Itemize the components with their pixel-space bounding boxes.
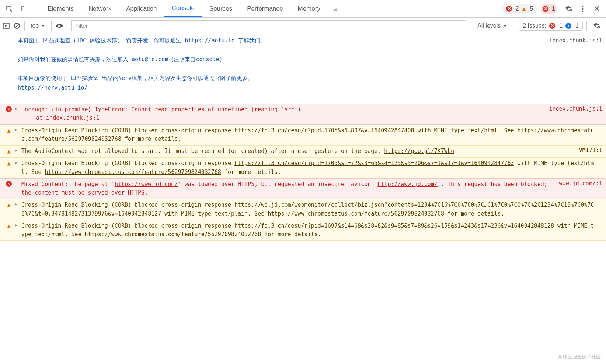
chevron-down-icon: ▼ bbox=[41, 23, 45, 28]
tab-application[interactable]: Application bbox=[119, 0, 164, 17]
warning-icon: ▲ bbox=[521, 6, 527, 12]
svg-rect-2 bbox=[24, 6, 27, 11]
expand-icon[interactable]: ▶ bbox=[15, 222, 21, 239]
link[interactable]: https://www.chromestatus.com/feature/562… bbox=[268, 210, 444, 217]
warning-icon: ▲ bbox=[7, 223, 11, 239]
ext-error-count: 1 bbox=[552, 6, 555, 12]
tab-console[interactable]: Console bbox=[164, 0, 202, 17]
warning-count: 5 bbox=[530, 6, 533, 12]
error-icon: ✕ bbox=[549, 23, 555, 29]
link[interactable]: index.chunk.js:1 bbox=[46, 115, 100, 121]
log-info: index.chunk.js:1 本页面由 凹凸实验室（JDC–体验技术部） 负… bbox=[0, 34, 606, 104]
console-message: ▲▶The AudioContext was not allowed to st… bbox=[0, 145, 606, 157]
warning-icon: ▲ bbox=[7, 202, 11, 218]
console-message: ✕Mixed Content: The page at 'https://www… bbox=[0, 178, 606, 199]
log-level-selector[interactable]: All levels ▼ bbox=[474, 22, 511, 29]
close-icon[interactable]: ✕ bbox=[591, 3, 603, 15]
link[interactable]: https://fd.3.cn/cesu/r?pid=1705&s1=72&s3… bbox=[234, 160, 514, 167]
chevron-down-icon: ▼ bbox=[503, 23, 507, 28]
link[interactable]: http://www.jd.com/ bbox=[377, 181, 438, 188]
link[interactable]: https://www.chromestatus.com/feature/562… bbox=[85, 231, 261, 238]
warning-icon: ▲ bbox=[7, 148, 11, 155]
error-count: 2 bbox=[515, 6, 519, 12]
console-toolbar: top ▼ All levels ▼ 2 Issues: ✕1 i1 bbox=[0, 18, 606, 34]
live-expression-icon[interactable] bbox=[55, 23, 63, 29]
message-source[interactable]: www.jd.com/:1 bbox=[559, 180, 602, 187]
devtools-topbar: ElementsNetworkApplicationConsoleSources… bbox=[0, 0, 606, 18]
console-message: ▲▶Cross-Origin Read Blocking (CORB) bloc… bbox=[0, 220, 606, 241]
extension-error-badge[interactable]: ✕1 bbox=[541, 4, 557, 14]
svg-line-5 bbox=[15, 24, 19, 28]
levels-value: All levels bbox=[477, 22, 501, 29]
console-settings-icon[interactable] bbox=[591, 20, 603, 32]
inspect-element-icon[interactable] bbox=[3, 2, 16, 15]
context-value: top bbox=[31, 22, 39, 29]
issues-err-count: 1 bbox=[559, 22, 563, 29]
issues-info-count: 1 bbox=[575, 22, 579, 29]
expand-icon[interactable]: ▶ bbox=[15, 201, 21, 218]
warning-icon: ▲ bbox=[7, 127, 11, 144]
expand-icon[interactable]: ▶ bbox=[15, 147, 21, 155]
message-source[interactable]: index.chunk.js:1 bbox=[549, 36, 603, 46]
sidebar-toggle-icon[interactable] bbox=[3, 23, 10, 29]
tab-network[interactable]: Network bbox=[81, 0, 119, 17]
tab-memory[interactable]: Memory bbox=[290, 0, 327, 17]
tab-sources[interactable]: Sources bbox=[202, 0, 240, 17]
console-output: index.chunk.js:1 本页面由 凹凸实验室（JDC–体验技术部） 负… bbox=[0, 34, 606, 241]
console-message: ▲▶Cross-Origin Read Blocking (CORB) bloc… bbox=[0, 157, 606, 178]
error-warning-badge[interactable]: ✕2 ▲5 bbox=[502, 4, 537, 14]
settings-icon[interactable] bbox=[563, 3, 575, 15]
filter-input[interactable] bbox=[71, 20, 466, 31]
link[interactable]: https://goo.gl/7K7WLu bbox=[384, 148, 454, 154]
message-source[interactable]: VM171:1 bbox=[579, 147, 602, 154]
kebab-menu-icon[interactable]: ⋮ bbox=[577, 3, 589, 15]
link[interactable]: https://fd.3.cn/cesu/r?pid=1697&s14=68&s… bbox=[234, 223, 554, 229]
tab-elements[interactable]: Elements bbox=[40, 0, 81, 17]
clear-console-icon[interactable] bbox=[13, 22, 21, 29]
error-icon: ✕ bbox=[6, 181, 12, 187]
expand-icon[interactable] bbox=[15, 180, 21, 197]
error-icon: ✕ bbox=[506, 6, 512, 12]
issues-label: 2 Issues: bbox=[523, 22, 546, 29]
panel-tabs: ElementsNetworkApplicationConsoleSources… bbox=[40, 0, 328, 17]
device-toolbar-icon[interactable] bbox=[18, 2, 31, 15]
message-source[interactable]: index.chunk.js:1 bbox=[549, 105, 603, 112]
console-message: ▲▶Cross-Origin Read Blocking (CORB) bloc… bbox=[0, 199, 606, 220]
expand-icon[interactable]: ▶ bbox=[15, 159, 21, 176]
link[interactable]: https://www.chromestatus.com/feature/562… bbox=[45, 169, 221, 175]
error-icon: ✕ bbox=[543, 6, 548, 12]
console-message: ✕▶Uncaught (in promise) TypeError: Canno… bbox=[0, 104, 606, 125]
tab-performance[interactable]: Performance bbox=[240, 0, 290, 17]
expand-icon[interactable]: ▶ bbox=[15, 105, 21, 123]
issues-button[interactable]: 2 Issues: ✕1 i1 bbox=[519, 21, 583, 31]
link[interactable]: https://nerv.aotu.io/ bbox=[18, 84, 88, 91]
context-selector[interactable]: top ▼ bbox=[28, 22, 48, 29]
more-tabs-icon[interactable]: » bbox=[329, 2, 342, 15]
link[interactable]: https://aotu.io bbox=[185, 37, 234, 44]
error-icon: ✕ bbox=[6, 106, 12, 112]
warning-icon: ▲ bbox=[7, 160, 11, 176]
info-icon: i bbox=[565, 23, 571, 29]
link[interactable]: https://fd.3.cn/cesu/r?pid=1705&s6=807&v… bbox=[234, 127, 414, 134]
expand-icon[interactable]: ▶ bbox=[15, 126, 21, 144]
console-message: ▲▶Cross-Origin Read Blocking (CORB) bloc… bbox=[0, 125, 606, 146]
link[interactable]: https://www.jd.com/ bbox=[115, 181, 178, 188]
